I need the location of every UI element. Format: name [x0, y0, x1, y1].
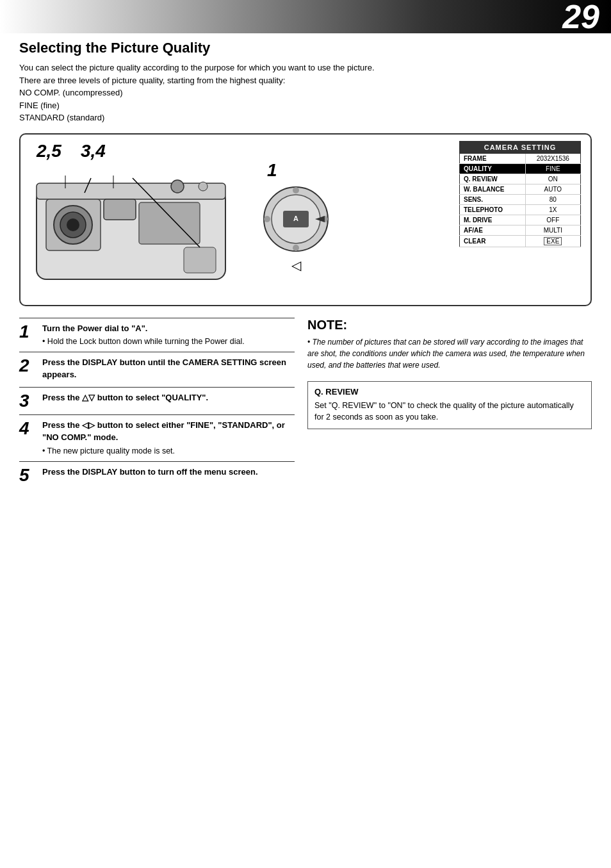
setting-row-label: Q. REVIEW	[460, 174, 526, 184]
step-main-text: Press the △▽ button to select "QUALITY".	[42, 392, 295, 404]
step-content: Press the △▽ button to select "QUALITY".	[42, 392, 295, 405]
setting-table-header: CAMERA SETTING	[460, 141, 581, 153]
setting-row-value: 1X	[525, 204, 580, 215]
setting-row-label: SENS.	[460, 194, 526, 204]
intro-line-2: There are three levels of picture qualit…	[19, 74, 592, 87]
setting-row-value: ON	[525, 174, 580, 184]
setting-table: CAMERA SETTING FRAME2032X1536QUALITYFINE…	[459, 141, 581, 247]
step-label-34: 3,4	[81, 141, 106, 161]
step-labels-left: 2,5 3,4	[37, 141, 248, 161]
step-sub-text: • The new picture quality mode is set.	[42, 445, 295, 457]
step-main-text: Turn the Power dial to "A".	[42, 323, 295, 335]
svg-rect-10	[184, 247, 216, 273]
step-item: 1Turn the Power dial to "A".• Hold the L…	[19, 318, 295, 352]
main-content: Selecting the Picture Quality You can se…	[0, 33, 611, 502]
step-main-text: Press the DISPLAY button until the CAMER…	[42, 357, 295, 381]
step-content: Press the DISPLAY button to turn off the…	[42, 466, 295, 480]
step-item: 5Press the DISPLAY button to turn off th…	[19, 461, 295, 489]
setting-row-label: CLEAR	[460, 235, 526, 247]
step-item: 4Press the ◁▷ button to select either "F…	[19, 414, 295, 461]
svg-rect-1	[37, 183, 225, 199]
svg-point-18	[293, 245, 299, 251]
setting-row-value: EXE	[525, 235, 580, 247]
step-item: 2Press the DISPLAY button until the CAME…	[19, 352, 295, 387]
note-title: NOTE:	[307, 318, 592, 332]
camera-svg	[30, 164, 235, 286]
intro-line-4: FINE (fine)	[19, 99, 592, 112]
svg-point-8	[171, 180, 184, 193]
intro-line-3: NO COMP. (uncompressed)	[19, 86, 592, 99]
step-content: Turn the Power dial to "A".• Hold the Lo…	[42, 323, 295, 348]
step-content: Press the ◁▷ button to select either "FI…	[42, 420, 295, 457]
page-banner: 29	[0, 0, 611, 33]
setting-row-label: M. DRIVE	[460, 215, 526, 225]
step-number: 3	[19, 392, 37, 410]
setting-row-value: MULTI	[525, 225, 580, 235]
dial-section: 1 A ◁	[254, 141, 338, 273]
setting-row-value: FINE	[525, 163, 580, 174]
setting-row-value: OFF	[525, 215, 580, 225]
q-review-title: Q. REVIEW	[314, 387, 585, 397]
setting-row-label: QUALITY	[460, 163, 526, 174]
svg-point-9	[199, 182, 208, 191]
note-column: NOTE: • The number of pictures that can …	[307, 318, 592, 489]
svg-point-17	[293, 187, 299, 193]
setting-row-label: FRAME	[460, 153, 526, 163]
page-number: 29	[562, 0, 599, 33]
svg-point-19	[264, 216, 270, 222]
q-review-text: Set "Q. REVIEW" to "ON" to check the qua…	[314, 400, 585, 424]
setting-row-value: 80	[525, 194, 580, 204]
svg-point-5	[67, 218, 79, 231]
steps-column: 1Turn the Power dial to "A".• Hold the L…	[19, 318, 295, 489]
setting-row-value: AUTO	[525, 184, 580, 194]
step-sub-text: • Hold the Lock button down while turnin…	[42, 336, 295, 347]
step-label-1: 1	[267, 160, 277, 181]
button-arrow: ◁	[291, 258, 301, 273]
svg-text:A: A	[293, 215, 298, 222]
setting-row-value: 2032X1536	[525, 153, 580, 163]
camera-setting-panel: CAMERA SETTING FRAME2032X1536QUALITYFINE…	[459, 141, 581, 247]
q-review-box: Q. REVIEW Set "Q. REVIEW" to "ON" to che…	[307, 381, 592, 430]
steps-note-section: 1Turn the Power dial to "A".• Hold the L…	[19, 318, 592, 489]
step-content: Press the DISPLAY button until the CAMER…	[42, 357, 295, 382]
page-title: Selecting the Picture Quality	[19, 40, 592, 56]
step-number: 5	[19, 466, 37, 484]
step-main-text: Press the DISPLAY button to turn off the…	[42, 466, 295, 479]
step-number: 1	[19, 323, 37, 341]
step-label-25: 2,5	[37, 141, 61, 161]
note-text: • The number of pictures that can be sto…	[307, 336, 592, 371]
step-number: 2	[19, 357, 37, 375]
setting-row-label: W. BALANCE	[460, 184, 526, 194]
step-main-text: Press the ◁▷ button to select either "FI…	[42, 420, 295, 444]
intro-line-5: STANDARD (standard)	[19, 111, 592, 124]
intro-line-1: You can select the picture quality accor…	[19, 61, 592, 74]
setting-row-label: TELEPHOTO	[460, 204, 526, 215]
step-number: 4	[19, 420, 37, 438]
diagram-section: 2,5 3,4	[19, 133, 592, 306]
svg-rect-6	[104, 199, 136, 220]
camera-diagram: 2,5 3,4	[30, 141, 248, 288]
setting-row-label: AF/AE	[460, 225, 526, 235]
intro-text: You can select the picture quality accor…	[19, 61, 592, 124]
step-item: 3Press the △▽ button to select "QUALITY"…	[19, 387, 295, 414]
dial-svg: A	[261, 184, 331, 254]
